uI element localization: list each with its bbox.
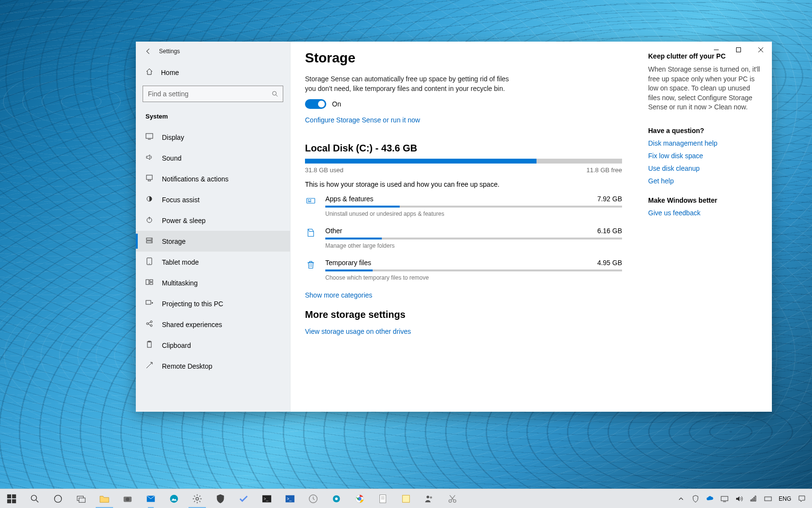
- taskbar-app-teal[interactable]: [325, 489, 348, 508]
- sidebar-item-multitask[interactable]: Multitasking: [136, 272, 290, 293]
- category-name: Temporary files: [325, 259, 371, 267]
- show-more-categories-link[interactable]: Show more categories: [305, 291, 372, 299]
- window-controls: [705, 42, 772, 58]
- tip-text: When Storage sense is turned on, it'll f…: [648, 65, 760, 112]
- storage-sense-toggle[interactable]: [305, 99, 326, 109]
- taskbar-powershell[interactable]: >_: [278, 489, 302, 508]
- taskbar-mail[interactable]: [139, 489, 162, 508]
- tray-overflow-button[interactable]: [674, 489, 688, 508]
- taskbar-sticky-notes[interactable]: [394, 489, 418, 508]
- sidebar-item-clipboard[interactable]: Clipboard: [136, 335, 290, 356]
- tray-volume-icon[interactable]: [732, 489, 746, 508]
- help-link[interactable]: Fix low disk space: [648, 152, 760, 160]
- sidebar-item-label: Sound: [162, 154, 181, 162]
- cortana-button[interactable]: [46, 489, 70, 508]
- taskbar-people[interactable]: [418, 489, 441, 508]
- notifications-icon: [145, 174, 153, 183]
- storage-category-other[interactable]: Other6.16 GBManage other large folders: [305, 227, 622, 249]
- maximize-button[interactable]: [727, 42, 750, 58]
- taskbar-right: ENG: [674, 489, 812, 508]
- svg-rect-29: [307, 198, 315, 203]
- taskbar-snip[interactable]: [441, 489, 464, 508]
- home-nav[interactable]: Home: [136, 61, 290, 82]
- view-other-drives-link[interactable]: View storage usage on other drives: [305, 328, 411, 335]
- configure-storage-sense-link[interactable]: Configure Storage Sense or run it now: [305, 116, 420, 124]
- help-link[interactable]: Get help: [648, 177, 760, 185]
- taskbar-todo[interactable]: [232, 489, 255, 508]
- storage-sense-description: Storage Sense can automatically free up …: [305, 75, 518, 93]
- sidebar-item-focus[interactable]: Focus assist: [136, 189, 290, 210]
- sidebar-item-label: Storage: [162, 238, 186, 245]
- storage-category-apps[interactable]: Apps & features7.92 GBUninstall unused o…: [305, 195, 622, 217]
- help-link[interactable]: Use disk cleanup: [648, 164, 760, 172]
- sidebar-item-project[interactable]: Projecting to this PC: [136, 293, 290, 314]
- svg-rect-39: [12, 499, 16, 503]
- feedback-link[interactable]: Give us feedback: [648, 209, 760, 217]
- category-hint: Choose which temporary files to remove: [325, 274, 622, 281]
- taskbar-search-button[interactable]: [23, 489, 46, 508]
- sidebar-item-notifications[interactable]: Notifications & actions: [136, 168, 290, 189]
- taskbar-file-explorer[interactable]: [93, 489, 116, 508]
- multitask-icon: [145, 278, 153, 287]
- category-size: 7.92 GB: [597, 195, 622, 203]
- sidebar-item-remote[interactable]: Remote Desktop: [136, 356, 290, 376]
- svg-point-49: [196, 497, 199, 500]
- svg-point-64: [430, 496, 432, 498]
- help-links: Disk management helpFix low disk spaceUs…: [648, 139, 760, 185]
- sidebar-item-display[interactable]: Display: [136, 127, 290, 148]
- taskbar-photos[interactable]: [162, 489, 186, 508]
- sidebar-item-storage[interactable]: Storage: [136, 231, 290, 252]
- taskbar: >_ >_ ENG: [0, 489, 812, 508]
- tray-input-icon[interactable]: [761, 489, 775, 508]
- tray-security-icon[interactable]: [688, 489, 703, 508]
- sidebar-item-power[interactable]: Power & sleep: [136, 210, 290, 231]
- category-bar: [325, 206, 622, 208]
- search-input[interactable]: [143, 86, 283, 102]
- sidebar-item-label: Focus assist: [162, 196, 200, 204]
- svg-rect-18: [146, 280, 149, 284]
- taskbar-clock-app[interactable]: [302, 489, 325, 508]
- task-view-button[interactable]: [70, 489, 93, 508]
- tray-display-icon[interactable]: [717, 489, 732, 508]
- home-label: Home: [161, 69, 179, 76]
- sidebar-item-sound[interactable]: Sound: [136, 148, 290, 168]
- category-bar-fill: [325, 269, 373, 271]
- svg-line-5: [276, 95, 278, 97]
- help-link[interactable]: Disk management help: [648, 139, 760, 147]
- svg-point-23: [150, 321, 152, 323]
- tray-network-icon[interactable]: [746, 489, 761, 508]
- taskbar-left: >_ >_: [0, 489, 464, 508]
- disk-free-label: 11.8 GB free: [586, 166, 622, 174]
- svg-rect-30: [308, 200, 309, 201]
- category-body: Apps & features7.92 GBUninstall unused o…: [325, 195, 622, 217]
- sidebar-item-shared[interactable]: Shared experiences: [136, 314, 290, 335]
- back-button[interactable]: [141, 44, 156, 59]
- storage-sense-toggle-row: On: [305, 99, 622, 109]
- focus-icon: [145, 195, 153, 204]
- storage-category-trash[interactable]: Temporary files4.95 GBChoose which tempo…: [305, 259, 622, 281]
- minimize-button[interactable]: [705, 42, 727, 58]
- svg-rect-19: [150, 280, 153, 282]
- question-heading: Have a question?: [648, 127, 760, 134]
- sidebar-item-tablet[interactable]: Tablet mode: [136, 252, 290, 272]
- category-size: 6.16 GB: [597, 227, 622, 235]
- taskbar-chrome[interactable]: [348, 489, 371, 508]
- display-icon: [145, 133, 153, 142]
- close-button[interactable]: [750, 42, 772, 58]
- start-button[interactable]: [0, 489, 23, 508]
- svg-rect-32: [308, 201, 311, 202]
- taskbar-camera[interactable]: [116, 489, 139, 508]
- taskbar-cmd[interactable]: >_: [255, 489, 278, 508]
- taskbar-security[interactable]: [209, 489, 232, 508]
- taskbar-notepad[interactable]: [371, 489, 394, 508]
- taskbar-settings[interactable]: [186, 489, 209, 508]
- svg-line-41: [36, 500, 39, 502]
- tray-language[interactable]: ENG: [775, 489, 795, 508]
- svg-rect-21: [146, 300, 151, 304]
- more-storage-title: More storage settings: [305, 309, 622, 320]
- tray-onedrive-icon[interactable]: [703, 489, 717, 508]
- category-bar: [325, 238, 622, 239]
- svg-point-46: [126, 497, 129, 501]
- tray-action-center[interactable]: [795, 489, 809, 508]
- sidebar-item-label: Projecting to this PC: [162, 300, 223, 308]
